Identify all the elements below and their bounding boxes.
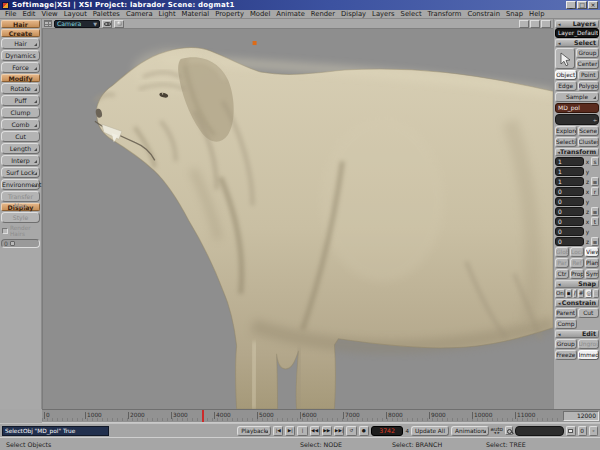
end-frame-field[interactable]: 12000 xyxy=(563,411,599,421)
scale-x-field[interactable]: 1 xyxy=(555,157,584,166)
shading-mode-button[interactable] xyxy=(114,20,124,28)
scale-z-field[interactable]: 1 xyxy=(555,177,584,186)
selection-name-field[interactable]: MD_pol xyxy=(555,103,599,113)
clump-button[interactable]: Clump xyxy=(1,107,40,118)
edit-header[interactable]: ◂Edit xyxy=(555,330,599,338)
scale-y-field[interactable]: 1 xyxy=(555,167,584,176)
menu-render[interactable]: Render xyxy=(308,10,338,18)
snap-header[interactable]: ◂Snap xyxy=(555,280,599,288)
translate-mode-button[interactable]: t xyxy=(591,217,599,226)
render-hairs-checkbox[interactable] xyxy=(2,228,8,234)
selection-tool-button[interactable] xyxy=(555,48,575,69)
undo-counter[interactable]: 0 xyxy=(578,426,587,436)
animation-menu-button[interactable]: Animation xyxy=(451,426,489,436)
playhead[interactable] xyxy=(202,410,204,422)
close-icon[interactable]: × xyxy=(588,1,598,9)
sample-filter-button[interactable]: Sample xyxy=(555,92,599,102)
menu-select[interactable]: Select xyxy=(398,10,425,18)
loop-icon[interactable]: ↺ xyxy=(346,426,356,436)
ref-global-button[interactable]: Global xyxy=(555,247,569,257)
transform-header[interactable]: ◂Transform xyxy=(555,148,599,156)
toolbar-title[interactable]: Hair xyxy=(1,20,40,28)
ref-plane-button[interactable]: Plane xyxy=(585,258,599,268)
comp-button[interactable]: Comp xyxy=(555,319,577,329)
menu-property[interactable]: Property xyxy=(212,10,247,18)
rotate-z-field[interactable]: 0 xyxy=(555,207,584,216)
minimize-icon[interactable]: _ xyxy=(566,1,576,9)
snap-center-icon[interactable]: ◎ xyxy=(585,289,592,298)
view-layout-icon[interactable] xyxy=(44,20,52,27)
script-editor-icon[interactable] xyxy=(566,426,575,436)
play-reverse-icon[interactable]: ◀◀ xyxy=(310,426,320,436)
update-all-button[interactable]: Update All xyxy=(411,426,449,436)
explore-button[interactable]: Explore xyxy=(555,126,577,136)
ctr-button[interactable]: Ctr xyxy=(555,269,569,279)
sym-button[interactable]: Sym xyxy=(585,269,599,279)
autokey-toggle[interactable]: auto ◂ ▸ xyxy=(491,427,503,435)
viewport-mute-button[interactable] xyxy=(519,20,529,28)
translate-link-icon[interactable]: ≡ xyxy=(591,237,599,246)
selection-button[interactable]: Selection xyxy=(555,137,577,147)
3d-viewport[interactable] xyxy=(42,29,553,409)
prop-button[interactable]: Prop xyxy=(570,269,584,279)
surf-lock-button[interactable]: Surf Lock xyxy=(1,167,40,178)
layer-render-toggle-icon[interactable] xyxy=(598,31,599,36)
scale-link-icon[interactable]: ≡ xyxy=(591,177,599,186)
menu-help[interactable]: Help xyxy=(526,10,548,18)
cut-link-button[interactable]: Cut xyxy=(578,308,600,318)
comb-button[interactable]: Comb xyxy=(1,119,40,130)
viewport-resize-button[interactable] xyxy=(541,20,551,28)
freeze-button[interactable]: Freeze xyxy=(555,350,577,360)
snap-grid-icon[interactable]: # xyxy=(578,289,585,298)
camera-view-dropdown[interactable]: Camera ▼ xyxy=(54,20,100,28)
constrain-header[interactable]: ◂Constrain xyxy=(555,299,599,307)
visibility-menu-button[interactable] xyxy=(102,20,112,28)
menu-model[interactable]: Model xyxy=(247,10,273,18)
translate-y-field[interactable]: 0 xyxy=(555,227,584,236)
lock-icon[interactable]: ◦ xyxy=(589,426,598,436)
menu-display[interactable]: Display xyxy=(338,10,369,18)
play-forward-icon[interactable]: ▶▶ xyxy=(322,426,332,436)
rotate-mode-button[interactable]: r xyxy=(591,187,599,196)
edge-filter-button[interactable]: Edge xyxy=(555,81,577,91)
ref-ref-button[interactable]: Ref xyxy=(570,258,584,268)
environment-button[interactable]: Environment xyxy=(1,179,40,190)
maximize-icon[interactable]: □ xyxy=(577,1,587,9)
group-select-button[interactable]: Group xyxy=(576,48,599,58)
selection-list-field[interactable]: +̶ xyxy=(555,114,599,125)
point-filter-button[interactable]: Point xyxy=(578,70,600,80)
clusters-button[interactable]: Clusters xyxy=(578,137,600,147)
menu-animate[interactable]: Animate xyxy=(273,10,307,18)
playback-menu-button[interactable]: Playback xyxy=(237,426,271,436)
rotate-button[interactable]: Rotate xyxy=(1,83,40,94)
ref-view-button[interactable]: View xyxy=(585,247,599,257)
immed-button[interactable]: Immed xyxy=(578,350,600,360)
length-button[interactable]: Length xyxy=(1,143,40,154)
frame-back-icon[interactable]: |◀ xyxy=(273,426,283,436)
interp-button[interactable]: Interp xyxy=(1,155,40,166)
menu-material[interactable]: Material xyxy=(179,10,213,18)
translate-z-field[interactable]: 0 xyxy=(555,237,584,246)
force-button[interactable]: Force xyxy=(1,62,40,73)
scale-mode-button[interactable]: s xyxy=(591,157,599,166)
dynamics-button[interactable]: Dynamics xyxy=(1,50,40,61)
slider-handle[interactable] xyxy=(10,241,15,246)
menu-view[interactable]: View xyxy=(39,10,61,18)
menu-constrain[interactable]: Constrain xyxy=(464,10,503,18)
frame-step-value[interactable]: 4 xyxy=(405,428,409,434)
puff-button[interactable]: Puff xyxy=(1,95,40,106)
menu-palettes[interactable]: Palettes xyxy=(90,10,123,18)
record-icon[interactable]: ● xyxy=(359,426,369,436)
cut-button[interactable]: Cut xyxy=(1,131,40,142)
snap-curve-icon[interactable]: / xyxy=(573,289,577,298)
rotate-x-field[interactable]: 0 xyxy=(555,187,584,196)
rotate-link-icon[interactable]: ≡ xyxy=(591,207,599,216)
snap-point-icon[interactable]: ▪ xyxy=(566,289,572,298)
object-filter-button[interactable]: Object xyxy=(555,70,577,80)
layers-header[interactable]: ◂Layers xyxy=(555,20,599,28)
timeline-ruler[interactable]: 0 1000 2000 3000 4000 5000 6000 7000 800… xyxy=(42,409,600,423)
menu-transform[interactable]: Transform xyxy=(425,10,465,18)
command-log-field[interactable]: SelectObj "MD_pol" True xyxy=(2,426,109,436)
menu-snap[interactable]: Snap xyxy=(503,10,526,18)
menu-layers[interactable]: Layers xyxy=(369,10,398,18)
